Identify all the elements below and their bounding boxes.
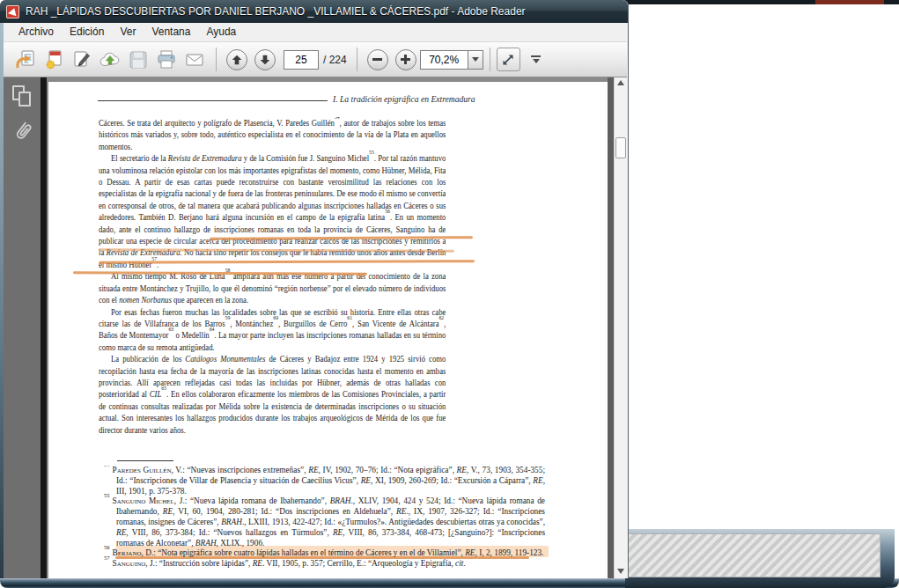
footnote-54: 54Paredes Guillén, V.: “Nuevas inscripci…: [104, 466, 545, 496]
open-button[interactable]: [12, 47, 39, 73]
document-pane: I. La tradición epigráfica en Extremadur…: [4, 77, 627, 578]
menu-item-ventana[interactable]: Ventana: [144, 23, 198, 41]
toolbar-separator: [357, 48, 357, 71]
running-header: I. La tradición epigráfica en Extremadur…: [98, 94, 503, 104]
zoom-out-icon: [372, 58, 382, 61]
footnote-55: 55Sanguino Michel, J.: “Nueva lápida rom…: [104, 496, 545, 548]
menu-item-ver[interactable]: Ver: [112, 23, 144, 41]
zoom-out-button[interactable]: [367, 49, 388, 70]
menu-item-edición[interactable]: Edición: [62, 23, 112, 41]
background-window-top-edge: [615, 0, 899, 4]
scroll-down-icon[interactable]: [617, 569, 624, 574]
pane-background-strip: [608, 77, 614, 578]
toolbar-overflow-arrow-icon: [533, 59, 540, 63]
create-pdf-button[interactable]: [41, 47, 67, 73]
email-icon: [183, 48, 206, 71]
navigation-sidebar: [4, 77, 41, 578]
footnote-marker: 56: [104, 544, 110, 550]
menu-bar: ArchivoEdiciónVerVentanaAyuda: [4, 23, 627, 42]
page-total-label: / 224: [323, 54, 347, 66]
cloud-upload-button[interactable]: [97, 47, 123, 73]
toolbar: / 224 70,2%: [4, 42, 627, 77]
vertical-scrollbar[interactable]: [614, 77, 627, 578]
footnotes-block: 54Paredes Guillén, V.: “Nuevas inscripci…: [104, 466, 545, 578]
print-button[interactable]: [153, 47, 180, 73]
zoom-dropdown-button[interactable]: [468, 50, 483, 70]
background-window-corner-frame: [625, 529, 895, 588]
zoom-in-icon: [401, 58, 410, 61]
body-text: Cáceres. Se trata del arquitecto y políg…: [99, 117, 446, 462]
footnote-marker: 57: [104, 555, 110, 561]
thumbnail-page-front: [18, 92, 31, 107]
next-page-button[interactable]: [254, 49, 276, 70]
create-pdf-icon: [42, 48, 65, 71]
zoom-level-field[interactable]: 70,2%: [420, 50, 468, 70]
scroll-up-icon[interactable]: [617, 80, 624, 85]
footnote-56: 56Berjano, D.: “Nota epigráfica sobre cu…: [104, 548, 545, 559]
menu-item-archivo[interactable]: Archivo: [11, 23, 62, 41]
footnote-57: 57Sanguino, J.: “Instrucción sobre lápid…: [104, 559, 545, 570]
toolbar-overflow-button[interactable]: [527, 51, 545, 69]
toolbar-overflow-icon: [531, 55, 541, 57]
open-icon: [14, 48, 37, 71]
zoom-in-button[interactable]: [395, 49, 416, 70]
background-window-red-segment: [815, 0, 884, 4]
fullscreen-button[interactable]: [497, 48, 520, 71]
menu-item-ayuda[interactable]: Ayuda: [198, 23, 244, 41]
paragraph: Cáceres. Se trata del arquitecto y políg…: [99, 117, 446, 152]
save-icon: [127, 48, 150, 71]
attachments-icon[interactable]: [4, 114, 40, 152]
toolbar-separator: [490, 48, 490, 71]
header-rule: [98, 100, 328, 101]
toolbar-separator: [216, 48, 217, 71]
previous-page-button[interactable]: [226, 49, 247, 70]
sign-button[interactable]: [69, 47, 95, 73]
print-icon: [155, 48, 178, 71]
page-thumbnails-icon[interactable]: [12, 85, 33, 108]
document-page: I. La tradición epigráfica en Extremadur…: [48, 82, 608, 578]
footnote-separator-rule: [117, 460, 173, 461]
page-up-icon: [230, 53, 244, 67]
zoom-level-value: 70,2%: [429, 54, 459, 66]
title-bar[interactable]: RAH _LÁPIDAS DESCUBIERTAS POR DANIEL BER…: [0, 0, 628, 23]
footnote-marker: 54: [104, 466, 110, 467]
paragraph: La publicación de los Catálogos Monument…: [99, 353, 446, 436]
screen: RAH _LÁPIDAS DESCUBIERTAS POR DANIEL BER…: [0, 0, 899, 588]
sidebar-divider[interactable]: [41, 77, 47, 578]
zoom-dropdown-icon: [472, 57, 479, 62]
footnote-marker: 55: [104, 492, 110, 498]
save-button[interactable]: [125, 47, 151, 73]
window-title: RAH _LÁPIDAS DESCUBIERTAS POR DANIEL BER…: [26, 5, 526, 18]
running-header-text: I. La tradición epigráfica en Extremadur…: [333, 94, 475, 104]
adobe-reader-pdf-icon: [6, 5, 19, 18]
fullscreen-icon: [500, 52, 516, 68]
window-resize-grip-hatch: [627, 533, 881, 577]
paragraph: Al mismo tiempo M. Roso de Luna58 amplia…: [99, 270, 446, 305]
email-button[interactable]: [181, 47, 208, 73]
adobe-reader-window: RAH _LÁPIDAS DESCUBIERTAS POR DANIEL BER…: [0, 0, 628, 578]
scrollbar-thumb[interactable]: [615, 137, 626, 158]
cloud-upload-icon: [99, 48, 122, 71]
page-down-icon: [258, 53, 272, 67]
paragraph: Por esas fechas fueron muchas las locali…: [99, 306, 446, 354]
sign-icon: [70, 48, 93, 71]
paragraph: El secretario de la Revista de Extremadu…: [99, 152, 446, 270]
page-number-input[interactable]: [284, 50, 319, 70]
